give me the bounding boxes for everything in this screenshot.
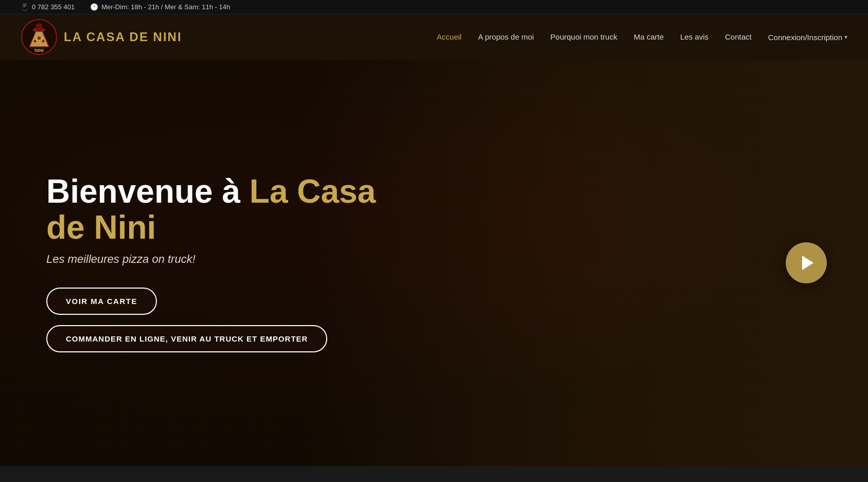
connexion-label: Connexion/Inscription: [768, 33, 842, 42]
nav-item-accueil[interactable]: Accueil: [437, 32, 462, 42]
nav-links: Accueil A propos de moi Pourquoi mon tru…: [437, 32, 847, 42]
svg-text:NINI: NINI: [34, 48, 44, 53]
svg-rect-7: [36, 24, 42, 31]
clock-icon: 🕐: [90, 3, 98, 11]
nav-item-avis[interactable]: Les avis: [680, 32, 708, 42]
hero-section: Bienvenue à La Casa de Nini Les meilleur…: [0, 60, 868, 466]
hero-title: Bienvenue à La Casa de Nini: [46, 173, 401, 246]
logo-image: NINI: [21, 19, 58, 56]
nav-item-contact[interactable]: Contact: [725, 32, 752, 42]
hero-title-plain: Bienvenue à: [46, 173, 250, 210]
nav-link-carte[interactable]: Ma carte: [634, 32, 664, 41]
nav-item-carte[interactable]: Ma carte: [634, 32, 664, 42]
phone-info: 📱 0 782 355 401: [21, 3, 75, 11]
nav-link-avis[interactable]: Les avis: [680, 32, 708, 41]
navbar: NINI LA CASA DE NINI Accueil A propos de…: [0, 14, 868, 60]
brand-name: LA CASA DE NINI: [64, 30, 182, 44]
svg-point-5: [42, 40, 45, 43]
nav-item-connexion[interactable]: Connexion/Inscription ▾: [768, 33, 847, 42]
hero-buttons: VOIR MA CARTE COMMANDER EN LIGNE, VENIR …: [46, 288, 401, 352]
svg-point-3: [38, 37, 41, 40]
voir-carte-button[interactable]: VOIR MA CARTE: [46, 288, 157, 315]
hero-content: Bienvenue à La Casa de Nini Les meilleur…: [0, 173, 401, 353]
nav-item-pourquoi[interactable]: Pourquoi mon truck: [551, 32, 617, 42]
nav-link-pourquoi[interactable]: Pourquoi mon truck: [551, 32, 617, 41]
phone-number: 0 782 355 401: [32, 3, 75, 11]
phone-icon: 📱: [21, 3, 29, 11]
hero-subtitle: Les meilleures pizza on truck!: [46, 253, 401, 266]
play-icon: [802, 256, 813, 270]
chevron-down-icon: ▾: [844, 33, 847, 41]
svg-point-4: [34, 40, 37, 43]
nav-link-contact[interactable]: Contact: [725, 32, 752, 41]
hours-info: 🕐 Mer-Dim: 18h - 21h / Mer & Sam: 11h - …: [90, 3, 230, 11]
connexion-menu[interactable]: Connexion/Inscription ▾: [768, 33, 847, 42]
nav-link-accueil[interactable]: Accueil: [437, 32, 462, 41]
nav-item-apropos[interactable]: A propos de moi: [478, 32, 534, 42]
opening-hours: Mer-Dim: 18h - 21h / Mer & Sam: 11h - 14…: [101, 3, 230, 11]
logo-link[interactable]: NINI LA CASA DE NINI: [21, 19, 182, 56]
play-button[interactable]: [786, 242, 827, 283]
topbar: 📱 0 782 355 401 🕐 Mer-Dim: 18h - 21h / M…: [0, 0, 868, 14]
commander-button[interactable]: COMMANDER EN LIGNE, VENIR AU TRUCK ET EM…: [46, 325, 327, 352]
nav-link-apropos[interactable]: A propos de moi: [478, 32, 534, 41]
